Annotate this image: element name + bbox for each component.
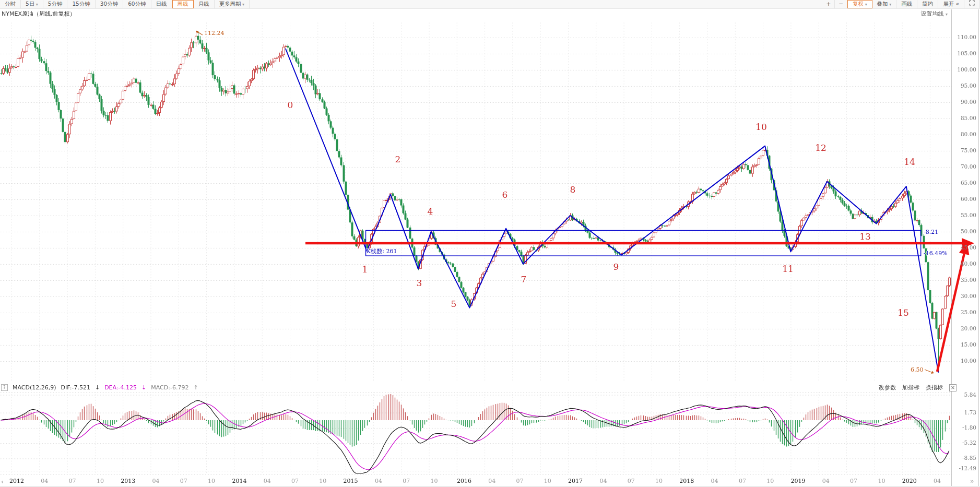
- tab-daily[interactable]: 日线: [151, 0, 172, 8]
- zoom-in-button[interactable]: +: [822, 0, 835, 8]
- tab-monthly[interactable]: 月线: [194, 0, 215, 8]
- switch-indicator-button[interactable]: 换指标: [926, 384, 943, 391]
- tab-15min[interactable]: 15分钟: [67, 0, 95, 8]
- macd-value: MACD:-6.792: [151, 384, 188, 391]
- tools-group: +−复权 ▾叠加 ▾画线简约展开 «: [822, 0, 980, 8]
- macd-header: ? MACD(12,26,9) DIF:-7.521 ↓ DEA:-4.125 …: [1, 384, 198, 391]
- dea-value: DEA:-4.125: [104, 384, 137, 391]
- dif-down-arrow-icon: ↓: [95, 384, 100, 391]
- scroll-left-icon[interactable]: ‹: [1, 478, 4, 485]
- help-icon[interactable]: ?: [1, 384, 8, 391]
- expand-button[interactable]: 展开 «: [938, 0, 964, 8]
- ma-settings-button[interactable]: 设置均线 ▾: [920, 10, 948, 18]
- chevron-down-icon: ▾: [946, 12, 948, 17]
- tab-30min[interactable]: 30分钟: [96, 0, 123, 8]
- edit-params-button[interactable]: 改参数: [879, 384, 896, 391]
- draw-line-button[interactable]: 画线: [896, 0, 917, 8]
- charting-app: { "toolbar": { "left": [ {"label":"分时","…: [0, 0, 980, 487]
- tab-weekly[interactable]: 周线: [172, 0, 194, 8]
- simple-mode-button[interactable]: 简约: [917, 0, 938, 8]
- overlay-dropdown[interactable]: 叠加 ▾: [872, 0, 897, 8]
- tab-5day[interactable]: 5日 ▾: [21, 0, 43, 8]
- tab-60min[interactable]: 60分钟: [123, 0, 151, 8]
- fullscreen-icon[interactable]: [964, 0, 980, 8]
- tab-intraday[interactable]: 分时: [0, 0, 21, 8]
- zoom-out-button[interactable]: −: [835, 0, 847, 8]
- tab-5min[interactable]: 5分钟: [43, 0, 68, 8]
- tab-more-periods[interactable]: 更多周期 ▾: [215, 0, 250, 8]
- macd-formula: MACD(12,26,9): [13, 384, 56, 391]
- indicator-menu: 改参数 加指标 换指标 ×: [879, 384, 957, 391]
- chart-canvas[interactable]: [0, 0, 980, 487]
- chart-title: NYMEX原油（周线,前复权）: [2, 10, 75, 18]
- add-indicator-button[interactable]: 加指标: [902, 384, 919, 391]
- dif-value: DIF:-7.521: [61, 384, 90, 391]
- dea-down-arrow-icon: ↓: [141, 384, 146, 391]
- title-row: NYMEX原油（周线,前复权） 设置均线 ▾: [0, 9, 980, 18]
- macd-up-arrow-icon: ↑: [193, 384, 198, 391]
- scroll-right-icon[interactable]: »: [970, 478, 974, 485]
- adjust-dropdown[interactable]: 复权 ▾: [847, 0, 872, 8]
- period-toolbar: 分时5日 ▾5分钟15分钟30分钟60分钟日线周线月线更多周期 ▾ +−复权 ▾…: [0, 0, 980, 9]
- period-tabs-group: 分时5日 ▾5分钟15分钟30分钟60分钟日线周线月线更多周期 ▾: [0, 0, 250, 8]
- close-indicator-icon[interactable]: ×: [949, 384, 957, 391]
